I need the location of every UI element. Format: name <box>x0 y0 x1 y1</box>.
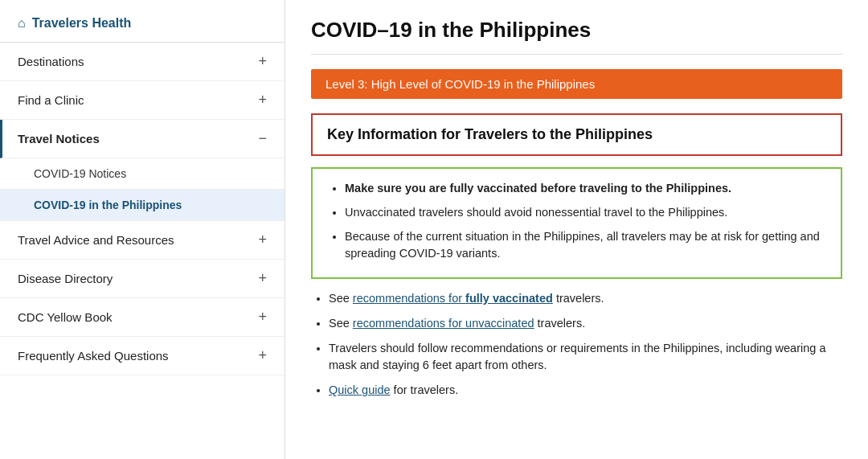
extra-bullet-1-text: See recommendations for fully vaccinated… <box>329 292 604 305</box>
extra-bullet-4-text: Quick guide for travelers. <box>329 383 458 396</box>
alert-banner: Level 3: High Level of COVID-19 in the P… <box>311 69 842 99</box>
sidebar-item-label: Frequently Asked Questions <box>18 349 169 363</box>
key-info-heading: Key Information for Travelers to the Phi… <box>327 126 826 143</box>
extra-bullet-3-text: Travelers should follow recommendations … <box>329 342 825 372</box>
sidebar-item-cdc-yellow-book[interactable]: CDC Yellow Book + <box>0 298 285 337</box>
page-title: COVID–19 in the Philippines <box>311 18 842 55</box>
sidebar-item-travel-notices[interactable]: Travel Notices − <box>0 120 285 158</box>
sidebar-item-label: Disease Directory <box>18 272 113 285</box>
fully-vaccinated-bold: fully vaccinated <box>465 292 553 305</box>
sidebar-sub-label: COVID-19 in the Philippines <box>34 199 182 211</box>
sidebar-item-label: Destinations <box>18 55 84 68</box>
highlight-bullet-list: Make sure you are fully vaccinated befor… <box>327 180 826 263</box>
sidebar-sub-label: COVID-19 Notices <box>34 167 126 180</box>
key-info-box: Key Information for Travelers to the Phi… <box>311 113 842 156</box>
extra-bullet-2-text: See recommendations for unvaccinated tra… <box>329 317 585 330</box>
expand-icon: + <box>258 347 267 364</box>
extra-bullet-3: Travelers should follow recommendations … <box>329 340 842 375</box>
sidebar-item-covid19-notices[interactable]: COVID-19 Notices <box>0 158 285 190</box>
unvaccinated-link[interactable]: recommendations for unvaccinated <box>353 317 534 330</box>
expand-icon: + <box>258 232 267 248</box>
extra-bullet-1: See recommendations for fully vaccinated… <box>329 290 842 308</box>
highlight-box: Make sure you are fully vaccinated befor… <box>311 167 842 279</box>
sidebar-item-disease-directory[interactable]: Disease Directory + <box>0 260 285 298</box>
sidebar-home-link[interactable]: ⌂ Travelers Health <box>0 8 285 43</box>
expand-icon: + <box>258 92 267 109</box>
unvaccinated-underline: unvaccinated <box>465 317 534 330</box>
sidebar-subitems-travel-notices: COVID-19 Notices COVID-19 in the Philipp… <box>0 158 285 221</box>
sidebar-item-find-a-clinic[interactable]: Find a Clinic + <box>0 81 285 120</box>
sidebar-item-covid19-philippines[interactable]: COVID-19 in the Philippines <box>0 190 285 221</box>
fully-vaccinated-link[interactable]: recommendations for fully vaccinated <box>353 292 553 305</box>
sidebar-item-destinations[interactable]: Destinations + <box>0 43 285 81</box>
highlight-bullet-1: Make sure you are fully vaccinated befor… <box>345 180 826 198</box>
sidebar-item-travel-advice[interactable]: Travel Advice and Resources + <box>0 221 285 260</box>
sidebar-item-faq[interactable]: Frequently Asked Questions + <box>0 337 285 375</box>
expand-icon: + <box>258 270 267 287</box>
sidebar-item-label: Find a Clinic <box>18 93 84 107</box>
main-content: COVID–19 in the Philippines Level 3: Hig… <box>285 0 868 459</box>
quick-guide-link[interactable]: Quick guide <box>329 383 391 396</box>
expand-icon: + <box>258 53 267 70</box>
home-icon: ⌂ <box>18 16 26 31</box>
sidebar: ⌂ Travelers Health Destinations + Find a… <box>0 0 285 459</box>
collapse-icon: − <box>258 130 267 147</box>
highlight-bullet-2: Unvaccinated travelers should avoid none… <box>345 204 826 222</box>
highlight-bullet-3: Because of the current situation in the … <box>345 228 826 264</box>
sidebar-item-label: Travel Notices <box>18 132 100 145</box>
sidebar-item-label: Travel Advice and Resources <box>18 233 174 247</box>
extra-bullet-2: See recommendations for unvaccinated tra… <box>329 315 842 333</box>
expand-icon: + <box>258 309 267 326</box>
sidebar-home-label: Travelers Health <box>32 16 132 31</box>
extra-bullet-4: Quick guide for travelers. <box>329 382 842 400</box>
extra-bullet-list: See recommendations for fully vaccinated… <box>311 290 842 400</box>
sidebar-item-label: CDC Yellow Book <box>18 310 113 324</box>
